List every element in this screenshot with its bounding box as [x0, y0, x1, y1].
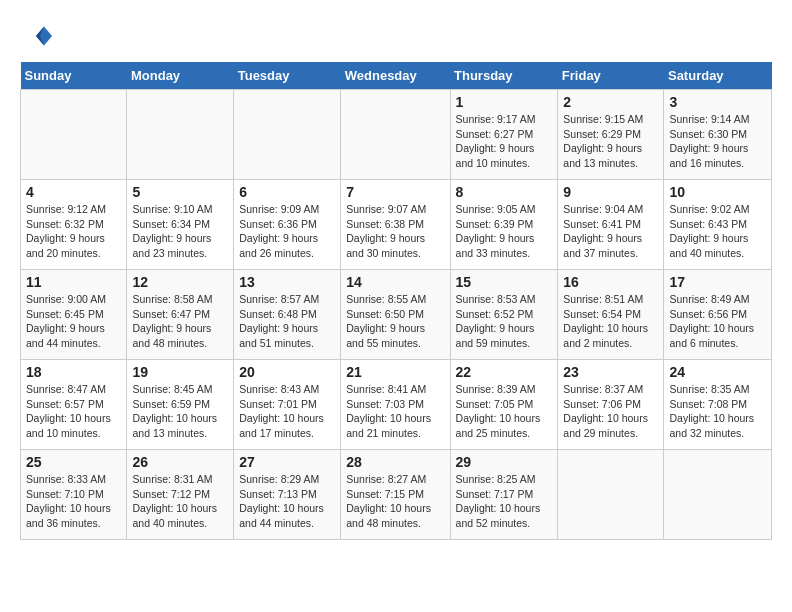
calendar-cell: 24Sunrise: 8:35 AM Sunset: 7:08 PM Dayli… [664, 360, 772, 450]
day-number: 29 [456, 454, 553, 470]
day-info: Sunrise: 8:31 AM Sunset: 7:12 PM Dayligh… [132, 472, 228, 531]
day-info: Sunrise: 8:29 AM Sunset: 7:13 PM Dayligh… [239, 472, 335, 531]
day-info: Sunrise: 8:37 AM Sunset: 7:06 PM Dayligh… [563, 382, 658, 441]
day-info: Sunrise: 8:53 AM Sunset: 6:52 PM Dayligh… [456, 292, 553, 351]
day-info: Sunrise: 8:57 AM Sunset: 6:48 PM Dayligh… [239, 292, 335, 351]
day-number: 18 [26, 364, 121, 380]
calendar-cell: 4Sunrise: 9:12 AM Sunset: 6:32 PM Daylig… [21, 180, 127, 270]
day-info: Sunrise: 8:55 AM Sunset: 6:50 PM Dayligh… [346, 292, 444, 351]
calendar-cell: 7Sunrise: 9:07 AM Sunset: 6:38 PM Daylig… [341, 180, 450, 270]
day-info: Sunrise: 8:47 AM Sunset: 6:57 PM Dayligh… [26, 382, 121, 441]
calendar-week-row: 1Sunrise: 9:17 AM Sunset: 6:27 PM Daylig… [21, 90, 772, 180]
column-header-saturday: Saturday [664, 62, 772, 90]
day-info: Sunrise: 9:12 AM Sunset: 6:32 PM Dayligh… [26, 202, 121, 261]
day-info: Sunrise: 8:27 AM Sunset: 7:15 PM Dayligh… [346, 472, 444, 531]
day-info: Sunrise: 8:51 AM Sunset: 6:54 PM Dayligh… [563, 292, 658, 351]
day-number: 6 [239, 184, 335, 200]
calendar-cell: 5Sunrise: 9:10 AM Sunset: 6:34 PM Daylig… [127, 180, 234, 270]
calendar-cell: 9Sunrise: 9:04 AM Sunset: 6:41 PM Daylig… [558, 180, 664, 270]
calendar-cell: 23Sunrise: 8:37 AM Sunset: 7:06 PM Dayli… [558, 360, 664, 450]
calendar-header-row: SundayMondayTuesdayWednesdayThursdayFrid… [21, 62, 772, 90]
calendar-cell: 13Sunrise: 8:57 AM Sunset: 6:48 PM Dayli… [234, 270, 341, 360]
day-info: Sunrise: 8:58 AM Sunset: 6:47 PM Dayligh… [132, 292, 228, 351]
day-number: 11 [26, 274, 121, 290]
day-number: 8 [456, 184, 553, 200]
column-header-monday: Monday [127, 62, 234, 90]
column-header-friday: Friday [558, 62, 664, 90]
calendar-cell [127, 90, 234, 180]
day-info: Sunrise: 9:00 AM Sunset: 6:45 PM Dayligh… [26, 292, 121, 351]
day-number: 20 [239, 364, 335, 380]
day-info: Sunrise: 8:33 AM Sunset: 7:10 PM Dayligh… [26, 472, 121, 531]
day-info: Sunrise: 9:15 AM Sunset: 6:29 PM Dayligh… [563, 112, 658, 171]
day-number: 16 [563, 274, 658, 290]
day-info: Sunrise: 8:49 AM Sunset: 6:56 PM Dayligh… [669, 292, 766, 351]
logo [20, 20, 56, 52]
day-info: Sunrise: 9:10 AM Sunset: 6:34 PM Dayligh… [132, 202, 228, 261]
calendar-cell: 19Sunrise: 8:45 AM Sunset: 6:59 PM Dayli… [127, 360, 234, 450]
calendar-cell [341, 90, 450, 180]
calendar-cell: 14Sunrise: 8:55 AM Sunset: 6:50 PM Dayli… [341, 270, 450, 360]
day-number: 10 [669, 184, 766, 200]
calendar-cell [21, 90, 127, 180]
day-number: 2 [563, 94, 658, 110]
day-info: Sunrise: 8:25 AM Sunset: 7:17 PM Dayligh… [456, 472, 553, 531]
calendar-cell: 1Sunrise: 9:17 AM Sunset: 6:27 PM Daylig… [450, 90, 558, 180]
calendar-table: SundayMondayTuesdayWednesdayThursdayFrid… [20, 62, 772, 540]
day-number: 14 [346, 274, 444, 290]
day-info: Sunrise: 9:17 AM Sunset: 6:27 PM Dayligh… [456, 112, 553, 171]
calendar-cell [558, 450, 664, 540]
header [20, 20, 772, 52]
calendar-cell: 16Sunrise: 8:51 AM Sunset: 6:54 PM Dayli… [558, 270, 664, 360]
day-number: 21 [346, 364, 444, 380]
calendar-cell: 27Sunrise: 8:29 AM Sunset: 7:13 PM Dayli… [234, 450, 341, 540]
day-number: 1 [456, 94, 553, 110]
calendar-cell: 28Sunrise: 8:27 AM Sunset: 7:15 PM Dayli… [341, 450, 450, 540]
calendar-week-row: 25Sunrise: 8:33 AM Sunset: 7:10 PM Dayli… [21, 450, 772, 540]
calendar-cell [234, 90, 341, 180]
day-number: 23 [563, 364, 658, 380]
calendar-cell: 8Sunrise: 9:05 AM Sunset: 6:39 PM Daylig… [450, 180, 558, 270]
day-number: 3 [669, 94, 766, 110]
calendar-cell: 11Sunrise: 9:00 AM Sunset: 6:45 PM Dayli… [21, 270, 127, 360]
day-number: 4 [26, 184, 121, 200]
day-number: 15 [456, 274, 553, 290]
day-info: Sunrise: 8:41 AM Sunset: 7:03 PM Dayligh… [346, 382, 444, 441]
day-number: 5 [132, 184, 228, 200]
logo-icon [20, 20, 52, 52]
day-number: 17 [669, 274, 766, 290]
calendar-cell: 6Sunrise: 9:09 AM Sunset: 6:36 PM Daylig… [234, 180, 341, 270]
calendar-week-row: 11Sunrise: 9:00 AM Sunset: 6:45 PM Dayli… [21, 270, 772, 360]
column-header-sunday: Sunday [21, 62, 127, 90]
day-info: Sunrise: 9:05 AM Sunset: 6:39 PM Dayligh… [456, 202, 553, 261]
calendar-cell [664, 450, 772, 540]
day-number: 24 [669, 364, 766, 380]
day-number: 22 [456, 364, 553, 380]
day-number: 9 [563, 184, 658, 200]
day-number: 13 [239, 274, 335, 290]
day-info: Sunrise: 9:04 AM Sunset: 6:41 PM Dayligh… [563, 202, 658, 261]
calendar-cell: 18Sunrise: 8:47 AM Sunset: 6:57 PM Dayli… [21, 360, 127, 450]
day-number: 12 [132, 274, 228, 290]
day-info: Sunrise: 8:43 AM Sunset: 7:01 PM Dayligh… [239, 382, 335, 441]
calendar-cell: 20Sunrise: 8:43 AM Sunset: 7:01 PM Dayli… [234, 360, 341, 450]
calendar-cell: 12Sunrise: 8:58 AM Sunset: 6:47 PM Dayli… [127, 270, 234, 360]
day-info: Sunrise: 9:02 AM Sunset: 6:43 PM Dayligh… [669, 202, 766, 261]
day-info: Sunrise: 9:09 AM Sunset: 6:36 PM Dayligh… [239, 202, 335, 261]
day-number: 27 [239, 454, 335, 470]
calendar-week-row: 4Sunrise: 9:12 AM Sunset: 6:32 PM Daylig… [21, 180, 772, 270]
calendar-cell: 21Sunrise: 8:41 AM Sunset: 7:03 PM Dayli… [341, 360, 450, 450]
calendar-cell: 29Sunrise: 8:25 AM Sunset: 7:17 PM Dayli… [450, 450, 558, 540]
column-header-wednesday: Wednesday [341, 62, 450, 90]
day-number: 19 [132, 364, 228, 380]
calendar-week-row: 18Sunrise: 8:47 AM Sunset: 6:57 PM Dayli… [21, 360, 772, 450]
calendar-cell: 17Sunrise: 8:49 AM Sunset: 6:56 PM Dayli… [664, 270, 772, 360]
calendar-cell: 10Sunrise: 9:02 AM Sunset: 6:43 PM Dayli… [664, 180, 772, 270]
day-number: 25 [26, 454, 121, 470]
day-info: Sunrise: 8:35 AM Sunset: 7:08 PM Dayligh… [669, 382, 766, 441]
day-number: 28 [346, 454, 444, 470]
calendar-cell: 3Sunrise: 9:14 AM Sunset: 6:30 PM Daylig… [664, 90, 772, 180]
day-info: Sunrise: 8:45 AM Sunset: 6:59 PM Dayligh… [132, 382, 228, 441]
day-number: 26 [132, 454, 228, 470]
day-info: Sunrise: 8:39 AM Sunset: 7:05 PM Dayligh… [456, 382, 553, 441]
